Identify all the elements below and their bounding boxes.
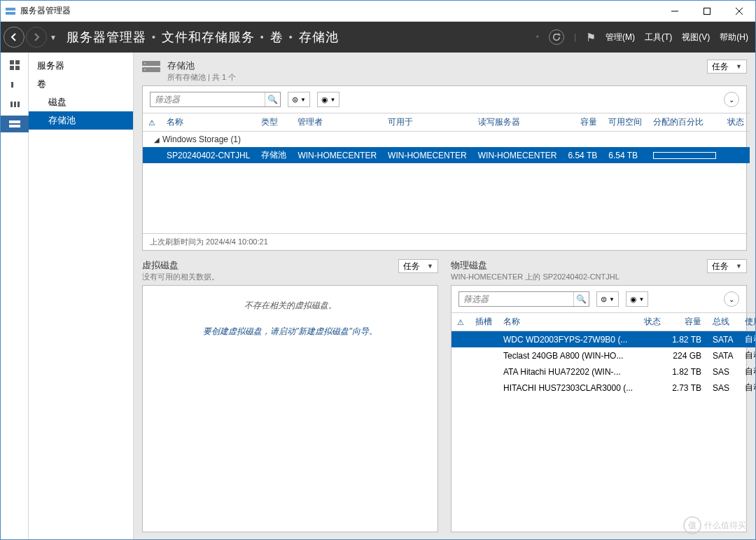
sidebar-item-servers[interactable]: 服务器: [29, 57, 133, 75]
sidebar-item-storage-pools[interactable]: 存储池: [29, 111, 133, 130]
col-name[interactable]: 名称: [498, 313, 638, 331]
col-free[interactable]: 可用空间: [603, 113, 648, 132]
col-rw-server[interactable]: 读写服务器: [472, 113, 563, 132]
nav-forward-button: [26, 27, 47, 48]
filter-search[interactable]: 🔍: [150, 92, 281, 107]
svg-rect-14: [9, 120, 20, 123]
breadcrumb-root[interactable]: 服务器管理器: [66, 29, 146, 46]
maximize-button[interactable]: [691, 1, 723, 22]
svg-point-18: [144, 63, 146, 64]
physical-disks-section: 物理磁盘 WIN-HOMECENTER 上的 SP20240402-CNTJHL…: [451, 259, 747, 532]
table-row[interactable]: SP20240402-CNTJHL 存储池 WIN-HOMECENTER WIN…: [143, 147, 750, 163]
minimize-button[interactable]: [659, 1, 691, 22]
empty-message: 不存在相关的虚拟磁盘。: [143, 300, 438, 312]
menu-view[interactable]: 视图(V): [682, 32, 710, 43]
menu-help[interactable]: 帮助(H): [720, 32, 748, 43]
col-usage[interactable]: 使用率: [739, 313, 755, 331]
view-options-button[interactable]: ⊜▼: [596, 291, 619, 307]
empty-action-link[interactable]: 要创建虚拟磁盘，请启动"新建虚拟磁盘"向导。: [143, 326, 438, 338]
menu-manage[interactable]: 管理(M): [606, 32, 635, 43]
svg-rect-9: [15, 66, 20, 70]
warning-icon: ⚠: [148, 118, 155, 127]
col-capacity[interactable]: 容量: [562, 113, 603, 132]
svg-rect-3: [704, 8, 710, 14]
svg-rect-1: [6, 12, 15, 15]
sidebar-item-disks[interactable]: 磁盘: [29, 93, 133, 111]
separator: |: [574, 32, 576, 42]
panel-subtitle: 没有可用的相关数据。: [142, 272, 219, 282]
view-options-button[interactable]: ⊜▼: [288, 92, 310, 107]
expand-button[interactable]: ⌄: [724, 291, 739, 307]
server-icon: [142, 60, 160, 74]
col-allocpct[interactable]: 分配的百分比: [648, 113, 722, 132]
nav-separator: •: [536, 32, 539, 42]
save-query-button[interactable]: ◉▼: [317, 92, 340, 107]
warning-icon: ⚠: [457, 318, 464, 326]
breadcrumb-item[interactable]: 卷: [270, 29, 284, 46]
window-title: 服务器管理器: [20, 5, 659, 17]
svg-rect-15: [9, 125, 20, 127]
panel-subtitle: 所有存储池 | 共 1 个: [167, 72, 236, 83]
rail-file-storage-icon[interactable]: [1, 116, 29, 132]
col-bus[interactable]: 总线: [707, 313, 739, 331]
navbar: ▼ 服务器管理器 • 文件和存储服务 • 卷 • 存储池 • | ⚑ 管理(M)…: [1, 22, 755, 53]
svg-point-19: [144, 69, 146, 71]
panel-title: 存储池: [167, 60, 236, 72]
rail-local-server-icon[interactable]: [1, 76, 29, 93]
storage-pools-section: 存储池 所有存储池 | 共 1 个 任务▼ 🔍 ⊜▼ ◉▼ ⌄: [142, 60, 747, 251]
chevron-right-icon: •: [289, 32, 293, 43]
table-row[interactable]: HITACHI HUS72303CLAR3000 (...2.73 TBSAS自…: [451, 380, 755, 396]
svg-rect-10: [11, 82, 13, 88]
col-status[interactable]: 状态: [722, 113, 750, 132]
col-capacity[interactable]: 容量: [666, 313, 707, 331]
rail-dashboard-icon[interactable]: [1, 57, 29, 74]
refresh-timestamp: 上次刷新时间为 2024/4/4 10:00:21: [143, 233, 746, 250]
tasks-dropdown[interactable]: 任务▼: [398, 259, 438, 273]
tasks-dropdown[interactable]: 任务▼: [707, 60, 747, 74]
titlebar: 服务器管理器: [1, 1, 755, 22]
col-status[interactable]: 状态: [638, 313, 666, 331]
nav-history-dropdown[interactable]: ▼: [50, 34, 57, 41]
col-type[interactable]: 类型: [255, 113, 292, 132]
col-available-for[interactable]: 可用于: [382, 113, 472, 132]
storage-pools-table: ⚠ 名称 类型 管理者 可用于 读写服务器 容量 可用空间 分配的百分比 状态 …: [143, 113, 750, 163]
search-icon[interactable]: 🔍: [573, 292, 589, 306]
tasks-dropdown[interactable]: 任务▼: [707, 259, 747, 273]
save-query-button[interactable]: ◉▼: [626, 291, 648, 307]
svg-rect-12: [14, 102, 16, 107]
breadcrumb-item[interactable]: 文件和存储服务: [162, 29, 255, 46]
table-group-row[interactable]: ◢Windows Storage (1): [143, 132, 750, 148]
col-slot[interactable]: 插槽: [470, 313, 498, 331]
breadcrumb-item[interactable]: 存储池: [299, 29, 339, 46]
chevron-right-icon: •: [260, 32, 265, 43]
table-row[interactable]: Teclast 240GB A800 (WIN-HO...224 GBSATA自…: [451, 347, 755, 364]
physical-disks-table: ⚠ 插槽 名称 状态 容量 总线 使用率 底盘 WDC WD2003FYPS-2…: [451, 312, 755, 396]
icon-rail: [1, 53, 29, 539]
allocation-bar: [653, 152, 716, 159]
filter-input[interactable]: [459, 292, 573, 306]
sidebar: 服务器 卷 磁盘 存储池: [29, 53, 134, 539]
expand-button[interactable]: ⌄: [724, 92, 739, 107]
sidebar-item-volumes[interactable]: 卷: [29, 75, 133, 93]
search-icon[interactable]: 🔍: [265, 92, 280, 106]
app-icon: [5, 6, 16, 17]
close-button[interactable]: [723, 1, 755, 22]
filter-search[interactable]: 🔍: [458, 291, 589, 307]
rail-all-servers-icon[interactable]: [1, 96, 29, 113]
notifications-flag-icon[interactable]: ⚑: [586, 31, 596, 44]
refresh-button[interactable]: [549, 29, 564, 45]
svg-rect-11: [10, 102, 13, 107]
breadcrumb: 服务器管理器 • 文件和存储服务 • 卷 • 存储池: [66, 29, 536, 46]
chevron-right-icon: •: [152, 32, 156, 43]
panel-subtitle: WIN-HOMECENTER 上的 SP20240402-CNTJHL: [451, 272, 620, 282]
svg-rect-0: [6, 8, 15, 11]
filter-input[interactable]: [150, 92, 265, 106]
virtual-disks-section: 虚拟磁盘 没有可用的相关数据。 任务▼ 不存在相关的虚拟磁盘。 要创建虚拟磁盘，…: [142, 259, 438, 532]
panel-title: 物理磁盘: [451, 259, 620, 272]
col-manager[interactable]: 管理者: [292, 113, 382, 132]
col-name[interactable]: 名称: [161, 113, 255, 132]
table-row[interactable]: ATA Hitachi HUA72202 (WIN-...1.82 TBSAS自…: [451, 364, 755, 380]
nav-back-button[interactable]: [4, 27, 24, 48]
table-row[interactable]: WDC WD2003FYPS-27W9B0 (...1.82 TBSATA自动I…: [451, 331, 755, 348]
menu-tools[interactable]: 工具(T): [645, 32, 672, 43]
